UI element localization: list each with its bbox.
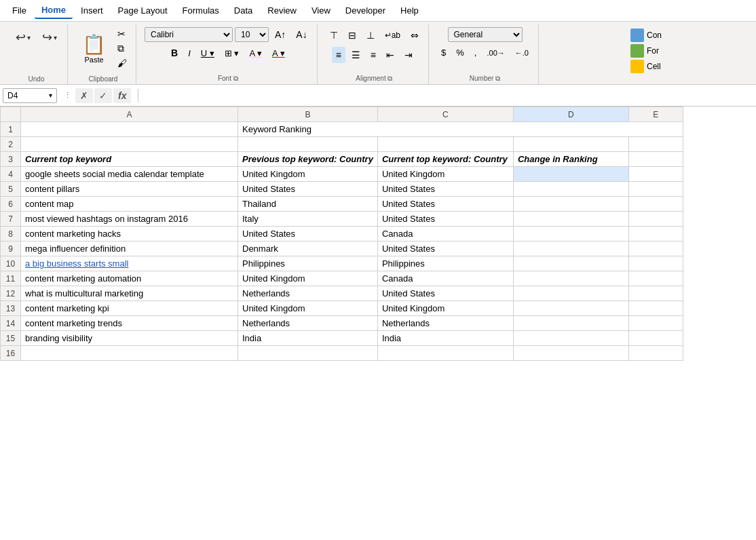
number-format-select[interactable]: GeneralNumberCurrencyShort Date (448, 27, 523, 42)
row-number-1[interactable]: 1 (1, 122, 21, 137)
cell-e6[interactable] (628, 197, 683, 212)
cell-e10[interactable] (628, 256, 683, 271)
cell-e15[interactable] (628, 331, 683, 346)
cell-b12[interactable]: Netherlands (238, 286, 378, 301)
accounting-format-button[interactable]: $ (437, 45, 450, 60)
cell-a4[interactable]: google sheets social media calendar temp… (21, 167, 238, 182)
percent-button[interactable]: % (452, 45, 468, 60)
cell-b7[interactable]: Italy (238, 212, 378, 227)
row-number-5[interactable]: 5 (1, 182, 21, 197)
cell-a7[interactable]: most viewed hashtags on instagram 2016 (21, 212, 238, 227)
col-header-b[interactable]: B (238, 107, 378, 122)
cell-b13[interactable]: United Kingdom (238, 301, 378, 316)
cell-a14[interactable]: content marketing trends (21, 316, 238, 331)
cell-a2[interactable] (21, 137, 238, 152)
cell-c12[interactable]: United States (377, 286, 513, 301)
cell-c5[interactable]: United States (377, 182, 513, 197)
confirm-formula-button[interactable]: ✓ (94, 88, 112, 103)
menu-item-home[interactable]: Home (35, 2, 73, 19)
increase-indent-button[interactable]: ⇥ (400, 47, 417, 63)
cell-b9[interactable]: Denmark (238, 242, 378, 256)
undo-button[interactable]: ↩▾ (11, 27, 35, 47)
formula-button[interactable]: fx (113, 88, 131, 103)
cell-c4[interactable]: United Kingdom (377, 167, 513, 182)
underline-button[interactable]: U ▾ (197, 46, 219, 60)
bold-button[interactable]: B (167, 45, 182, 60)
cell-e14[interactable] (628, 316, 683, 331)
col-header-e[interactable]: E (628, 107, 683, 122)
header-cell-b3[interactable]: Previous top keyword: Country (238, 152, 378, 167)
cell-a13[interactable]: content marketing kpi (21, 301, 238, 316)
cell-b4[interactable]: United Kingdom (238, 167, 378, 182)
cell-e5[interactable] (628, 182, 683, 197)
formula-bar-dots[interactable]: ⋮ (61, 90, 74, 101)
menu-item-data[interactable]: Data (227, 3, 259, 18)
row-number-11[interactable]: 11 (1, 271, 21, 286)
merge-button[interactable]: ⇔ (407, 27, 423, 43)
cell-c2[interactable] (377, 137, 513, 152)
fill-color-button[interactable]: A ▾ (245, 46, 266, 60)
cell-d16[interactable] (513, 346, 628, 361)
cell-d13[interactable] (513, 301, 628, 316)
cell-a11[interactable]: content marketing automation (21, 271, 238, 286)
font-color-button[interactable]: A ▾ (268, 46, 289, 60)
cell-d8[interactable] (513, 227, 628, 242)
cell-b8[interactable]: United States (238, 227, 378, 242)
spreadsheet-container[interactable]: A B C D E 1Keyword Ranking23Current top … (0, 107, 756, 524)
cell-c9[interactable]: United States (377, 242, 513, 256)
wrap-text-button[interactable]: ↵ab (381, 28, 404, 43)
cell-c10[interactable]: Philippines (377, 256, 513, 271)
cell-e4[interactable] (628, 167, 683, 182)
cell-a15[interactable]: branding visibility (21, 331, 238, 346)
cell-a9[interactable]: mega influencer definition (21, 242, 238, 256)
cell-a10[interactable]: a big business starts small (21, 256, 238, 271)
cell-c11[interactable]: Canada (377, 271, 513, 286)
formula-input[interactable] (144, 88, 753, 103)
header-cell-e3[interactable] (628, 152, 683, 167)
row-number-6[interactable]: 6 (1, 197, 21, 212)
cell-b16[interactable] (238, 346, 378, 361)
header-cell-d3[interactable]: Change in Ranking (513, 152, 628, 167)
col-header-d[interactable]: D (513, 107, 628, 122)
cell-d5[interactable] (513, 182, 628, 197)
cell-c13[interactable]: United Kingdom (377, 301, 513, 316)
align-right-button[interactable]: ≡ (366, 47, 380, 63)
decrease-decimal-button[interactable]: ←.0 (511, 47, 533, 59)
cell-b15[interactable]: India (238, 331, 378, 346)
row-number-16[interactable]: 16 (1, 346, 21, 361)
row-number-9[interactable]: 9 (1, 242, 21, 256)
cell-d6[interactable] (513, 197, 628, 212)
cell-reference-box[interactable]: D4 ▾ (3, 88, 57, 103)
cell-c16[interactable] (377, 346, 513, 361)
cell-d4[interactable] (513, 167, 628, 182)
cut-button[interactable]: ✂ (114, 27, 130, 41)
cell-e13[interactable] (628, 301, 683, 316)
row-number-15[interactable]: 15 (1, 331, 21, 346)
cell-d9[interactable] (513, 242, 628, 256)
cell-e7[interactable] (628, 212, 683, 227)
header-cell-a3[interactable]: Current top keyword (21, 152, 238, 167)
paste-button[interactable]: 📋 Paste (76, 30, 112, 67)
cell-d11[interactable] (513, 271, 628, 286)
cell-d14[interactable] (513, 316, 628, 331)
comma-button[interactable]: , (470, 45, 481, 60)
redo-button[interactable]: ↪▾ (37, 27, 62, 47)
cell-e9[interactable] (628, 242, 683, 256)
header-cell-c3[interactable]: Current top keyword: Country (377, 152, 513, 167)
align-center-button[interactable]: ☰ (347, 47, 364, 63)
cell-a8[interactable]: content marketing hacks (21, 227, 238, 242)
cell-e11[interactable] (628, 271, 683, 286)
menu-item-view[interactable]: View (305, 3, 337, 18)
row-number-10[interactable]: 10 (1, 256, 21, 271)
borders-button[interactable]: ⊞ ▾ (221, 46, 244, 60)
cell-e8[interactable] (628, 227, 683, 242)
cell-c14[interactable]: Netherlands (377, 316, 513, 331)
align-left-button[interactable]: ≡ (332, 47, 345, 63)
middle-align-button[interactable]: ⊟ (344, 27, 360, 43)
cell-c15[interactable]: India (377, 331, 513, 346)
cell-b10[interactable]: Philippines (238, 256, 378, 271)
font-size-select[interactable]: 8910111214 (235, 27, 269, 42)
cell-e12[interactable] (628, 286, 683, 301)
cell-c7[interactable]: United States (377, 212, 513, 227)
increase-decimal-button[interactable]: .00→ (483, 47, 508, 59)
